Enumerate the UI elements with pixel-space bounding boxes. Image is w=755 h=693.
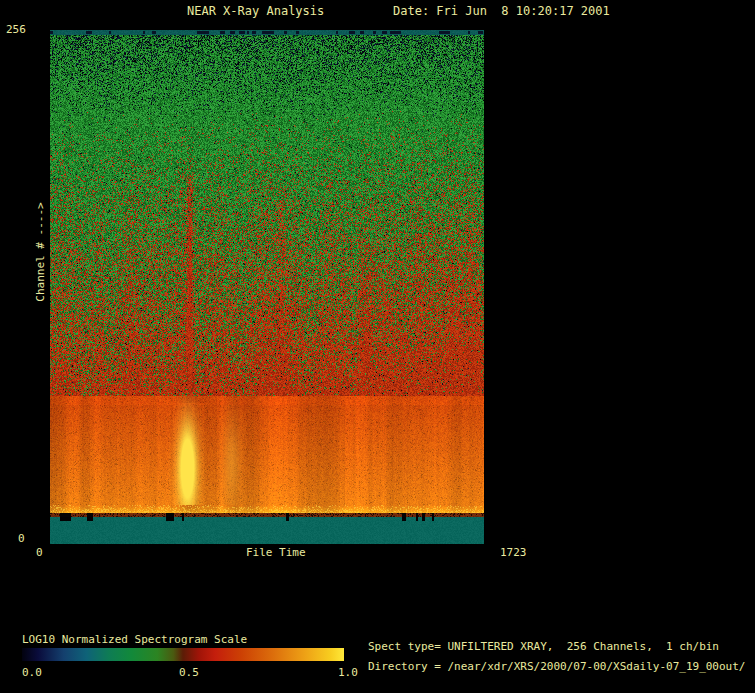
colorbar-gradient: [22, 648, 344, 661]
page-title: NEAR X-Ray Analysis: [187, 4, 324, 18]
spectrogram-image: [50, 30, 484, 544]
y-axis-min-label: 0: [18, 532, 25, 545]
y-axis-title: Channel # ---->: [34, 202, 47, 301]
spect-type-label: Spect type= UNFILTERED XRAY, 256 Channel…: [368, 640, 719, 653]
colorbar-title: LOG10 Normalized Spectrogram Scale: [22, 633, 247, 646]
x-axis-min-label: 0: [36, 546, 43, 559]
directory-label: Directory = /near/xdr/XRS/2000/07-00/XSd…: [368, 660, 746, 673]
near-xray-analysis-window: NEAR X-Ray Analysis Date: Fri Jun 8 10:2…: [0, 0, 755, 693]
x-axis-max-label: 1723: [500, 546, 527, 559]
y-axis-max-label: 256: [6, 23, 26, 36]
colorbar-tick-max: 1.0: [338, 666, 358, 679]
colorbar-tick-min: 0.0: [22, 666, 42, 679]
date-label: Date: Fri Jun 8 10:20:17 2001: [393, 4, 610, 18]
x-axis-title: File Time: [246, 546, 306, 559]
colorbar-tick-mid: 0.5: [179, 666, 199, 679]
